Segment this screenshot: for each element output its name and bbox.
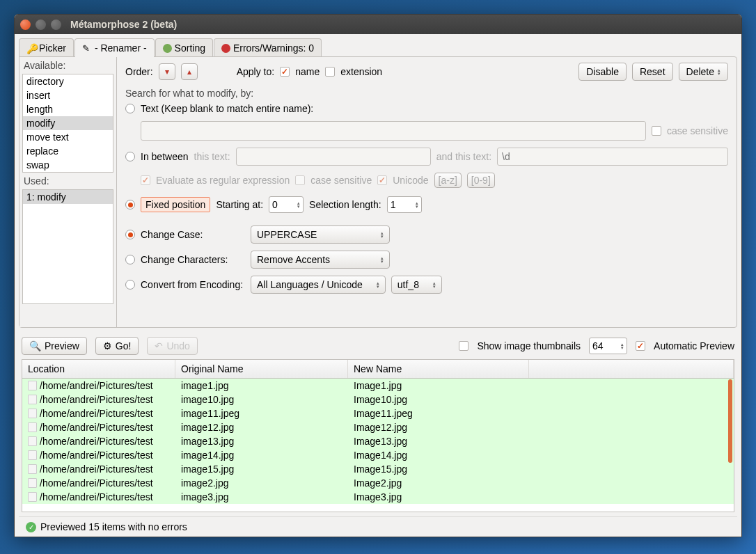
table-row[interactable]: /home/andrei/Pictures/testimage2.jpgImag… <box>22 476 734 490</box>
used-modify[interactable]: 1: modify <box>23 190 113 204</box>
starting-at-input[interactable]: 0 ▴▾ <box>269 196 304 213</box>
radio-convert-encoding[interactable] <box>125 280 135 290</box>
app-window: Métamorphose 2 (beta) 🔑 Picker ✎ - Renam… <box>14 14 742 537</box>
preview-button[interactable]: 🔍 Preview <box>22 337 87 355</box>
apply-name-checkbox[interactable] <box>280 67 290 77</box>
window-title: Métamorphose 2 (beta) <box>70 19 177 30</box>
eval-regex-checkbox[interactable] <box>141 175 150 185</box>
table-row[interactable]: /home/andrei/Pictures/testimage15.jpgIma… <box>22 462 734 476</box>
n09-button[interactable]: [0-9] <box>467 173 495 188</box>
chevron-updown-icon: ▴▾ <box>377 281 379 288</box>
case-sensitive-checkbox-1[interactable] <box>652 126 661 136</box>
renamer-panel: Available: directory insert length modif… <box>19 56 737 328</box>
close-icon[interactable] <box>20 19 31 30</box>
file-icon <box>28 478 37 488</box>
titlebar[interactable]: Métamorphose 2 (beta) <box>15 15 741 34</box>
undo-icon: ↶ <box>155 340 163 351</box>
used-label: Used: <box>19 173 116 189</box>
tab-sorting[interactable]: Sorting <box>155 38 213 57</box>
spinner-icon[interactable]: ▴▾ <box>416 201 418 208</box>
reset-button[interactable]: Reset <box>632 63 673 81</box>
search-section-label: Search for what to modify, by: <box>125 88 728 99</box>
unicode-checkbox[interactable] <box>377 175 387 185</box>
fixed-position-label: Fixed position <box>141 197 210 212</box>
avail-insert[interactable]: insert <box>23 88 113 102</box>
file-icon <box>28 395 37 404</box>
radio-change-case[interactable] <box>125 230 135 239</box>
col-location[interactable]: Location <box>22 360 175 378</box>
scrollbar[interactable] <box>728 379 732 463</box>
between-start-input[interactable] <box>236 148 431 166</box>
text-match-input[interactable] <box>141 121 646 141</box>
available-list[interactable]: directory insert length modify move text… <box>22 74 113 173</box>
encoding-target-dropdown[interactable]: utf_8 ▴▾ <box>391 276 442 294</box>
preview-toolbar: 🔍 Preview ⚙ Go! ↶ Undo Show image thumbn… <box>15 333 741 359</box>
go-button[interactable]: ⚙ Go! <box>95 337 139 355</box>
file-icon <box>28 381 37 390</box>
spinner-icon[interactable]: ▴▾ <box>621 342 624 349</box>
minimize-icon[interactable] <box>36 19 46 30</box>
order-label: Order: <box>125 66 153 77</box>
table-row[interactable]: /home/andrei/Pictures/testimage11.jpegIm… <box>22 406 734 420</box>
table-row[interactable]: /home/andrei/Pictures/testimage12.jpgIma… <box>22 420 734 434</box>
table-row[interactable]: /home/andrei/Pictures/testimage10.jpgIma… <box>22 393 734 406</box>
thumbnail-size-input[interactable]: 64 ▴▾ <box>589 338 627 354</box>
avail-swap[interactable]: swap <box>23 158 113 172</box>
used-list[interactable]: 1: modify <box>22 189 113 304</box>
tab-picker[interactable]: 🔑 Picker <box>19 38 74 57</box>
tab-errors[interactable]: Errors/Warnings: 0 <box>214 38 322 57</box>
selection-length-input[interactable]: 1 ▴▾ <box>387 196 422 213</box>
table-body: /home/andrei/Pictures/testimage1.jpgImag… <box>22 379 734 504</box>
table-row[interactable]: /home/andrei/Pictures/testimage1.jpgImag… <box>22 379 734 393</box>
maximize-icon[interactable] <box>51 19 61 30</box>
disable-button[interactable]: Disable <box>578 63 627 81</box>
renamer-icon: ✎ <box>82 43 92 53</box>
avail-length[interactable]: length <box>23 102 113 116</box>
auto-preview-checkbox[interactable] <box>636 341 645 351</box>
table-row[interactable]: /home/andrei/Pictures/testimage13.jpgIma… <box>22 434 734 448</box>
between-end-input[interactable] <box>497 148 728 166</box>
spinner-icon: ▴▾ <box>718 68 720 75</box>
encoding-source-dropdown[interactable]: All Languages / Unicode ▴▾ <box>251 276 386 294</box>
error-icon <box>221 44 230 53</box>
az-button[interactable]: [a-z] <box>434 173 462 188</box>
avail-replace[interactable]: replace <box>23 144 113 158</box>
undo-button[interactable]: ↶ Undo <box>147 337 197 355</box>
table-row[interactable]: /home/andrei/Pictures/testimage3.jpgImag… <box>22 490 734 504</box>
avail-move-text[interactable]: move text <box>23 130 113 144</box>
file-icon <box>28 436 37 446</box>
spinner-icon[interactable]: ▴▾ <box>297 201 300 208</box>
change-case-dropdown[interactable]: UPPERCASE ▴▾ <box>251 225 390 244</box>
radio-fixed-position[interactable] <box>125 200 135 209</box>
col-new-name[interactable]: New Name <box>348 360 529 378</box>
key-icon: 🔑 <box>26 43 36 53</box>
chevron-updown-icon: ▴▾ <box>381 256 384 263</box>
avail-directory[interactable]: directory <box>23 74 113 88</box>
col-rest <box>529 360 734 378</box>
delete-button[interactable]: Delete ▴▾ <box>679 63 728 81</box>
results-table[interactable]: Location Original Name New Name /home/an… <box>22 359 734 512</box>
file-icon <box>28 409 37 418</box>
go-icon: ⚙ <box>103 340 112 351</box>
sidebar: Available: directory insert length modif… <box>19 57 117 327</box>
table-row[interactable]: /home/andrei/Pictures/testimage14.jpgIma… <box>22 448 734 462</box>
case-sensitive-checkbox-2[interactable] <box>295 175 305 185</box>
status-text: Previewed 15 items with no errors <box>40 521 187 532</box>
table-header: Location Original Name New Name <box>22 360 734 379</box>
tab-renamer[interactable]: ✎ - Renamer - <box>74 38 155 57</box>
apply-extension-checkbox[interactable] <box>325 67 335 77</box>
change-chars-dropdown[interactable]: Remove Accents ▴▾ <box>251 251 390 269</box>
avail-modify[interactable]: modify <box>23 116 113 130</box>
chevron-updown-icon: ▴▾ <box>381 231 384 238</box>
success-icon: ✓ <box>26 522 36 532</box>
radio-change-chars[interactable] <box>125 255 135 264</box>
apply-to-label: Apply to: <box>237 66 274 77</box>
col-original-name[interactable]: Original Name <box>175 360 348 378</box>
radio-text[interactable] <box>125 104 135 113</box>
radio-in-between[interactable] <box>125 152 135 161</box>
order-down-button[interactable]: ▾ <box>159 63 175 80</box>
file-icon <box>28 450 37 460</box>
file-icon <box>28 464 37 474</box>
order-up-button[interactable]: ▴ <box>181 63 198 80</box>
show-thumbnails-checkbox[interactable] <box>459 341 468 351</box>
